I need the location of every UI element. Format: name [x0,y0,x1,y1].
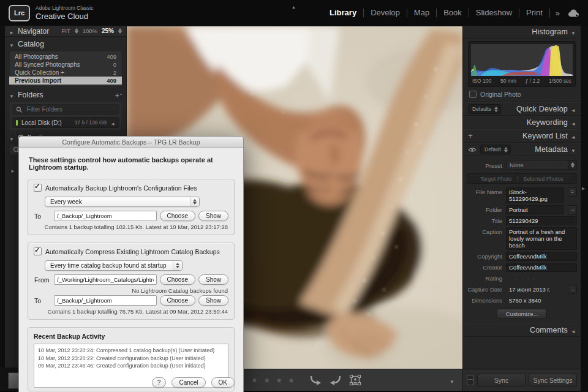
comments-header[interactable]: Comments [463,323,581,337]
original-photo-row[interactable]: Original Photo [463,87,581,102]
keyword-list-header[interactable]: + Keyword List [463,129,581,143]
field-value[interactable]: Portrait [506,205,564,214]
volume-local-disk[interactable]: Local Disk (D:) 17.5 / 136 GB [12,117,119,128]
capture-date-icon[interactable] [568,285,577,294]
add-folder-button[interactable] [115,89,122,100]
stepper-icon [494,107,498,112]
field-value[interactable]: Portrait of a fresh and lovely woman on … [506,227,577,250]
log-line: 10 Mar, 2012 23:20:22: Created configura… [38,355,224,363]
field-value[interactable]: 512290429 [506,216,577,225]
bottom-panel-collapse-arrow[interactable] [386,386,390,392]
compress-to-show-button[interactable]: Show [198,295,228,306]
config-backup-checkbox[interactable] [34,184,42,192]
catalog-header[interactable]: Catalog [5,38,126,50]
creative-cloud-icon[interactable] [568,9,579,18]
compress-to-row: To Choose Show [34,295,228,306]
volume-expand-arrow[interactable] [110,117,115,128]
stepper-icon[interactable] [75,28,78,34]
catalog-item-previous-import[interactable]: Previous Import 409 [9,77,122,85]
stepper-icon [568,160,576,169]
filter-folders-input[interactable] [26,105,115,113]
rotate-right-icon[interactable] [329,375,342,385]
tab-library[interactable]: Library [323,9,363,17]
top-panel-collapse-arrow[interactable] [292,0,296,11]
compress-from-choose-button[interactable]: Choose [160,274,195,285]
tab-target-photo[interactable]: Target Photo [480,176,511,182]
folders-header[interactable]: Folders [5,89,126,101]
compress-checkbox[interactable] [34,247,42,255]
compress-frequency-dropdown[interactable]: Every time catalog backup found at start… [45,260,183,271]
sync-button[interactable]: Sync [477,374,526,386]
recent-activity-label: Recent Backup Activity [34,333,228,340]
cancel-button[interactable]: Cancel [172,377,205,388]
config-to-path-input[interactable] [54,211,157,221]
collection-disclosure-arrow[interactable] [10,164,15,175]
metadata-header[interactable]: Default Metadata [463,143,581,156]
go-to-folder-icon[interactable] [568,205,577,214]
catalog-item-all-photographs[interactable]: All Photographs 409 [9,53,122,61]
help-button[interactable]: ? [152,377,167,388]
preset-dropdown[interactable]: None [506,160,577,170]
compress-backup-group: Automatically Compress Existing Lightroo… [28,243,235,320]
compress-frequency-value: Every time catalog backup found at start… [50,262,173,269]
catalog-item-quick-collection[interactable]: Quick Collection + 2 [9,69,122,77]
field-value: 5760 x 3840 [506,296,577,305]
histogram-box[interactable]: ISO 100 50 mm ƒ / 2.2 1/500 sec [468,41,576,87]
zoom-100-control[interactable]: 100% [83,28,97,34]
chevron-left-icon [568,130,576,141]
file-actions-icon[interactable] [568,187,577,197]
field-value[interactable]: CoffeeAndMilk [506,263,577,272]
stepper-icon[interactable] [118,28,122,34]
keywording-header[interactable]: Keywording [463,116,581,129]
stepper-icon [190,197,199,206]
compress-to-path-input[interactable] [54,295,157,306]
config-choose-button[interactable]: Choose [160,211,195,221]
metadata-view-dropdown[interactable]: Default [480,145,511,154]
draw-face-region-icon[interactable] [349,374,361,386]
sync-toggle-icon[interactable] [467,375,474,385]
config-frequency-dropdown[interactable]: Every week [45,197,200,207]
tab-selected-photos[interactable]: Selected Photos [523,176,564,182]
eye-icon[interactable] [468,147,477,153]
dialog-title-bar[interactable]: Configure Automatic Backups – TPG LR Bac… [19,137,243,148]
chevron-down-icon [568,26,576,37]
meta-row-title: Title 512290429 [467,216,577,225]
sync-settings-button[interactable]: Sync Settings [529,374,577,386]
zoom-current-control[interactable]: 25% [102,28,114,34]
navigator-header[interactable]: Navigator FIT 100% 25% [5,26,126,37]
tab-slideshow[interactable]: Slideshow [469,9,519,17]
module-overflow-chevron[interactable]: » [549,9,565,18]
histogram-graph [471,44,573,76]
field-label: Capture Date [467,285,502,293]
tab-book[interactable]: Book [436,9,469,17]
toolbar-options-dropdown[interactable] [450,375,454,386]
left-edge-strip [0,26,5,392]
customize-button[interactable]: Customize... [497,309,548,319]
saved-preset-dropdown[interactable]: Defaults [468,104,501,114]
original-photo-checkbox[interactable] [469,91,477,98]
chevron-down-icon [9,89,14,100]
suite-name: Creative Cloud [36,12,94,21]
quick-develop-header[interactable]: Defaults Quick Develop [463,102,581,116]
tab-map[interactable]: Map [407,9,436,17]
config-show-button[interactable]: Show [198,211,228,221]
add-keyword-button[interactable]: + [468,133,473,139]
histogram-header[interactable]: Histogram [463,26,581,39]
compress-from-path-input[interactable] [54,274,157,285]
ok-button[interactable]: OK [211,377,235,388]
right-panel-collapse-arrow[interactable] [582,181,585,192]
dialog-intro-text: These settings control how automatic bac… [29,156,233,171]
rating-stars[interactable]: ★ ★ ★ ★ ★ [239,376,296,385]
rating-dots[interactable]: · · · · · [506,274,577,283]
zoom-fit-control[interactable]: FIT [61,28,70,34]
field-value[interactable]: CoffeeAndMilk [506,252,577,261]
tab-develop[interactable]: Develop [363,9,407,17]
filter-folders-box[interactable] [12,104,119,115]
tab-divider [517,176,518,181]
compress-from-show-button[interactable]: Show [198,274,228,285]
compress-to-choose-button[interactable]: Choose [160,295,195,306]
catalog-item-all-synced[interactable]: All Synced Photographs 0 [9,61,122,69]
tab-print[interactable]: Print [519,9,549,17]
rotate-left-icon[interactable] [309,375,322,385]
field-value[interactable]: iStock-512290429.jpg [506,187,564,203]
